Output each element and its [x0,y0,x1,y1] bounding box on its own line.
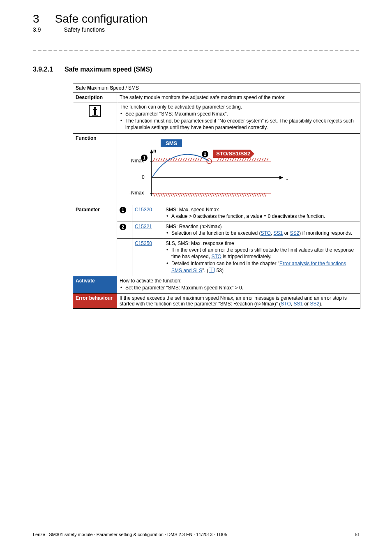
param-marker-cell: 2 [117,222,132,238]
svg-line-65 [198,193,199,197]
svg-line-32 [235,158,236,161]
svg-line-64 [195,193,197,197]
param-bullet: Selection of the function to be executed… [171,230,357,236]
svg-line-86 [249,193,251,197]
svg-line-45 [267,158,268,161]
svg-line-15 [178,158,180,161]
svg-line-43 [262,158,263,161]
axis-neg-nmax: -Nmax [129,190,144,196]
function-graph-cell: SMS [117,133,360,205]
book-icon [209,268,214,273]
link-ss1[interactable]: SS1 [293,301,303,307]
svg-line-57 [178,193,180,197]
error-cell: If the speed exceeds the set maximum spe… [117,293,360,308]
txt: , [271,230,274,236]
svg-line-85 [247,193,249,197]
svg-line-26 [220,158,221,161]
svg-line-58 [180,193,182,197]
svg-line-87 [252,193,254,197]
link-sto[interactable]: STO [211,254,221,259]
svg-line-51 [163,193,165,197]
axis-t: t [286,178,288,183]
link-sto[interactable]: STO [261,230,270,236]
svg-line-62 [190,193,192,197]
title-part: S [76,85,79,91]
svg-line-55 [173,193,175,197]
row-label-parameter: Parameter [73,205,117,276]
svg-line-90 [259,193,261,197]
svg-line-41 [257,158,258,161]
link-ss2[interactable]: SS2 [310,301,320,307]
param-title: SMS: Max. speed Nmax [166,207,357,213]
axis-n: n [153,148,156,154]
chapter-title: Safe configuration [55,12,148,25]
svg-line-25 [217,158,219,161]
svg-line-78 [230,193,231,197]
svg-line-31 [232,158,234,161]
activate-bullet: Set the parameter "SMS: Maximum speed Nm… [125,284,357,291]
link-ss2[interactable]: SS2 [290,230,300,236]
svg-line-56 [175,193,177,197]
svg-line-47 [153,193,155,197]
activate-cell: How to activate the function: Set the pa… [117,276,360,293]
param-link-c15320[interactable]: C15320 [135,207,152,213]
svg-line-9 [163,158,165,161]
svg-line-40 [254,158,256,161]
param-link-c15350[interactable]: C15350 [135,240,152,246]
description-text: The safety module monitors the adjusted … [117,93,360,102]
param-code-cell: C15320 [132,205,163,222]
sms-badge: SMS [161,139,182,147]
svg-line-66 [200,193,202,197]
info-cell: The function can only be activated by pa… [117,102,360,134]
txt: or [303,301,310,307]
subsection-title: Safe maximum speed (SMS) [65,66,152,73]
svg-line-61 [188,193,189,197]
svg-line-14 [175,158,177,161]
svg-line-34 [240,158,241,161]
param-desc-cell: SMS: Max. speed Nmax A value > 0 activat… [163,205,360,222]
svg-line-33 [237,158,239,161]
svg-line-81 [237,193,239,197]
sto-badge: STO/SS1/SS2 [213,150,250,158]
info-icon-cell [73,102,117,134]
link-ss1[interactable]: SS1 [274,230,283,236]
txt: Detailed information can be found in the… [171,261,279,266]
svg-line-8 [161,158,162,161]
svg-line-29 [227,158,229,161]
svg-line-91 [262,193,263,197]
svg-line-13 [173,158,175,161]
row-label-error: Error behaviour [73,293,117,308]
param-link-c15321[interactable]: C15321 [135,224,152,229]
svg-line-37 [247,158,249,161]
svg-line-44 [264,158,266,161]
page-footer: Lenze · SM301 safety module · Parameter … [33,532,360,537]
param-bullet: Detailed information can be found in the… [171,260,357,273]
info-bullet: The function must not be parameterised i… [125,118,357,131]
svg-line-92 [264,193,266,197]
svg-line-50 [161,193,162,197]
marker-2: 2 [202,151,208,157]
param-bullet: If in the event of an error the speed is… [171,247,357,260]
svg-line-16 [180,158,182,161]
svg-line-49 [158,193,160,197]
link-sto[interactable]: STO [281,301,291,307]
svg-line-84 [244,193,246,197]
svg-line-82 [240,193,241,197]
svg-line-83 [242,193,244,197]
svg-line-27 [222,158,224,161]
svg-line-67 [203,193,204,197]
svg-line-75 [222,193,224,197]
svg-line-79 [232,193,234,197]
svg-line-72 [215,193,217,197]
separator: _ _ _ _ _ _ _ _ _ _ _ _ _ _ _ _ _ _ _ _ … [33,44,360,51]
title-part: afe [79,85,87,91]
param-marker-cell: 1 [117,205,132,222]
svg-line-19 [188,158,189,161]
svg-line-71 [212,193,214,197]
section-title: Safety functions [64,26,105,33]
param-title: SLS, SMS: Max. response time [166,240,357,246]
footer-page-number: 51 [355,532,360,537]
txt: ". ( [202,268,208,273]
svg-line-54 [171,193,172,197]
svg-line-73 [217,193,219,197]
